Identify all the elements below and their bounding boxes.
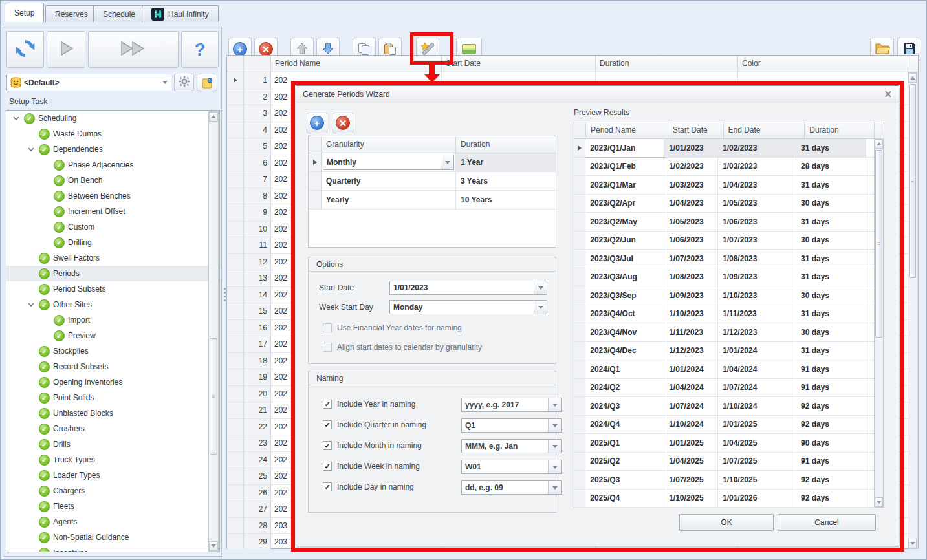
- scroll-down-icon[interactable]: [875, 497, 883, 507]
- chevron-down-icon[interactable]: [534, 301, 547, 314]
- tree-item-crushers[interactable]: ✓Crushers: [6, 421, 219, 436]
- tree-item-increment-offset[interactable]: ✓Increment Offset: [6, 204, 219, 219]
- preview-row[interactable]: 2023/Q2/Apr1/04/20231/05/202330 days: [574, 195, 875, 213]
- preview-row[interactable]: 2023/Q1/Mar1/03/20231/04/202331 days: [574, 176, 875, 195]
- cell-period-name[interactable]: 2024/Q4: [585, 416, 664, 434]
- cell-start-date[interactable]: 1/01/2023: [664, 139, 718, 157]
- tree-scrollbar-thumb[interactable]: ≡: [210, 338, 217, 455]
- preview-row[interactable]: 2023/Q3/Aug1/08/20231/09/202331 days: [574, 268, 875, 287]
- cell-start-date[interactable]: 1/07/2025: [664, 471, 718, 489]
- tree-item-scheduling[interactable]: ✓Scheduling: [6, 111, 219, 126]
- cell-start-date[interactable]: 1/10/2024: [664, 416, 718, 434]
- cell-start-date[interactable]: 1/12/2023: [664, 342, 718, 360]
- preview-row[interactable]: 2023/Q4/Oct1/10/20231/11/202331 days: [574, 305, 875, 324]
- preset-combobox[interactable]: <Default>: [6, 74, 171, 91]
- tree-item-incentives[interactable]: ✓Incentives: [6, 545, 219, 552]
- tree-item-waste-dumps[interactable]: ✓Waste Dumps: [6, 126, 219, 142]
- granularity-combobox[interactable]: Monthly: [323, 155, 454, 170]
- cell-start-date[interactable]: 1/07/2023: [664, 250, 718, 268]
- col-duration[interactable]: Duration: [596, 56, 738, 72]
- tree-item-import[interactable]: ✓Import: [6, 312, 219, 328]
- tree-item-on-bench[interactable]: ✓On Bench: [6, 173, 219, 188]
- tree-item-record-subsets[interactable]: ✓Record Subsets: [6, 359, 219, 374]
- cell-duration[interactable]: 1 Year: [456, 153, 556, 171]
- cell-duration[interactable]: 31 days: [796, 213, 866, 231]
- cell-end-date[interactable]: 1/04/2023: [718, 176, 796, 194]
- preview-row[interactable]: 2024/Q21/04/20241/07/202491 days: [574, 379, 875, 398]
- cell-end-date[interactable]: 1/11/2023: [718, 305, 796, 323]
- cell-end-date[interactable]: 1/02/2023: [718, 139, 796, 157]
- preview-row[interactable]: 2024/Q31/07/20241/10/202492 days: [574, 397, 875, 416]
- close-icon[interactable]: ✕: [884, 89, 892, 100]
- cell-start-date[interactable]: 1/10/2023: [664, 305, 718, 323]
- tree-item-truck-types[interactable]: ✓Truck Types: [6, 452, 219, 468]
- col-duration[interactable]: Duration: [805, 122, 875, 138]
- tree-item-periods[interactable]: ✓Periods: [6, 266, 219, 281]
- cell-duration[interactable]: 10 Years: [456, 191, 556, 209]
- tab-reserves[interactable]: Reserves: [45, 5, 98, 22]
- wizard-add-row-button[interactable]: +: [307, 113, 327, 133]
- wizard-delete-row-button[interactable]: ✕: [333, 113, 353, 133]
- tree-item-dependencies[interactable]: ✓Dependencies: [6, 142, 219, 157]
- tree-item-phase-adjacencies[interactable]: ✓Phase Adjacencies: [6, 157, 219, 173]
- cell-period-name[interactable]: 2024/Q2: [585, 379, 664, 397]
- cell-duration[interactable]: 30 days: [796, 286, 866, 305]
- tree-scrollbar[interactable]: ≡: [208, 111, 219, 552]
- cell-end-date[interactable]: 1/05/2023: [718, 195, 796, 213]
- cell-duration[interactable]: 92 days: [796, 397, 866, 415]
- cell-start-date[interactable]: 1/09/2023: [664, 286, 718, 305]
- preview-scrollbar-thumb[interactable]: ≡: [875, 150, 882, 338]
- cell-start-date[interactable]: 1/10/2025: [664, 490, 718, 508]
- cell-end-date[interactable]: 1/01/2025: [718, 416, 796, 434]
- cell-start-date[interactable]: 1/08/2023: [664, 268, 718, 286]
- cell-period-name[interactable]: 2023/Q2/May: [585, 213, 664, 231]
- tree-item-drilling[interactable]: ✓Drilling: [6, 235, 219, 250]
- cell-granularity[interactable]: Yearly: [322, 191, 456, 209]
- chevron-down-icon[interactable]: [548, 419, 561, 432]
- option-checkbox-use-financial-year-dates-for-n[interactable]: Use Financial Year dates for naming: [323, 323, 462, 332]
- grid-scrollbar[interactable]: ≡: [908, 72, 917, 549]
- cell-period-name[interactable]: 2025/Q3: [585, 471, 664, 489]
- col-end-date[interactable]: End Date: [724, 122, 805, 138]
- cell-end-date[interactable]: 1/03/2023: [718, 158, 796, 176]
- granularity-row[interactable]: Yearly10 Years: [309, 191, 556, 210]
- cell-duration[interactable]: 90 days: [796, 434, 866, 452]
- fast-forward-button[interactable]: [88, 31, 179, 68]
- tree-item-loader-types[interactable]: ✓Loader Types: [6, 468, 219, 483]
- cell-start-date[interactable]: 1/04/2025: [664, 453, 718, 471]
- cell-end-date[interactable]: 1/10/2024: [718, 397, 796, 415]
- expander-icon[interactable]: [27, 147, 36, 152]
- checkbox-icon[interactable]: ✓: [323, 441, 332, 450]
- chevron-down-icon[interactable]: [548, 440, 561, 453]
- cell-end-date[interactable]: 1/01/2024: [718, 342, 796, 360]
- col-period-name[interactable]: Period Name: [271, 56, 442, 72]
- tree-item-stockpiles[interactable]: ✓Stockpiles: [6, 343, 219, 359]
- preview-row[interactable]: 2023/Q2/May1/05/20231/06/202331 days: [574, 213, 875, 232]
- tree-item-chargers[interactable]: ✓Chargers: [6, 483, 219, 499]
- col-duration[interactable]: Duration: [456, 136, 556, 153]
- grid-scrollbar-thumb[interactable]: ≡: [909, 84, 916, 278]
- cell-period-name[interactable]: 2023/Q3/Jul: [585, 250, 664, 268]
- cell-duration[interactable]: 3 Years: [456, 172, 556, 190]
- tree-item-preview[interactable]: ✓Preview: [6, 328, 219, 343]
- cell-duration[interactable]: 91 days: [796, 360, 866, 378]
- cell-period-name[interactable]: 2025/Q1: [585, 434, 664, 452]
- col-granularity[interactable]: Granularity: [322, 136, 456, 153]
- play-button[interactable]: [47, 31, 85, 68]
- naming-format-combobox[interactable]: dd, e.g. 09: [461, 480, 562, 495]
- cell-period-name[interactable]: 2023/Q3/Aug: [585, 268, 664, 286]
- cell-period-name[interactable]: 2023/Q4/Oct: [585, 305, 664, 323]
- tab-haul-infinity[interactable]: Haul Infinity: [142, 5, 219, 22]
- dialog-title-bar[interactable]: Generate Periods Wizard ✕: [296, 86, 899, 103]
- option-checkbox-align-start-dates-to-calendar-[interactable]: Align start dates to calendar by granula…: [323, 343, 482, 352]
- checkbox-icon[interactable]: ✓: [323, 482, 332, 491]
- cell-start-date[interactable]: 1/04/2024: [664, 379, 718, 397]
- expander-icon[interactable]: [27, 302, 36, 307]
- scroll-up-icon[interactable]: [209, 112, 218, 122]
- cell-start-date[interactable]: 1/07/2024: [664, 397, 718, 415]
- tab-setup[interactable]: Setup: [5, 3, 44, 22]
- preview-row[interactable]: 2023/Q1/Jan1/01/20231/02/202331 days: [574, 139, 875, 158]
- chevron-down-icon[interactable]: [548, 481, 561, 494]
- tree-item-custom[interactable]: ✓Custom: [6, 219, 219, 235]
- cell-period-name[interactable]: 2025/Q4: [585, 490, 664, 508]
